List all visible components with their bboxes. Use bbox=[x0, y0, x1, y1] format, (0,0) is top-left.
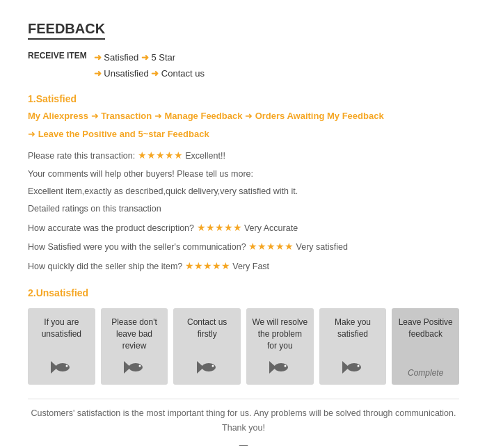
fish-icon-4 bbox=[269, 361, 290, 374]
receive-section: RECEIVE ITEM ➜ Satisfied ➜ 5 Star ➜ Unsa… bbox=[28, 49, 459, 82]
breadcrumb-arrow-4: ➜ bbox=[28, 129, 38, 139]
breadcrumb: My Aliexpress ➜ Transaction ➜ Manage Fee… bbox=[28, 109, 459, 124]
instruction-6: How Satisfied were you with the seller's… bbox=[28, 239, 459, 255]
svg-point-8 bbox=[211, 365, 214, 367]
breadcrumb-orders-awaiting[interactable]: Orders Awaiting My Feedback bbox=[255, 111, 384, 121]
stars-2: ★★★★★ bbox=[197, 222, 242, 233]
stars-1: ★★★★★ bbox=[138, 150, 183, 161]
step-6-label: Leave Positive feedback bbox=[397, 317, 454, 340]
svg-point-14 bbox=[358, 365, 360, 367]
svg-marker-10 bbox=[269, 361, 276, 374]
instruction-7: How quickly did the seller ship the item… bbox=[28, 258, 459, 275]
unsatisfied-title: 2.Unsatisfied bbox=[28, 287, 459, 298]
unsatisfied-section: 2.Unsatisfied If you are unsatisfied Ple… bbox=[28, 287, 459, 385]
svg-marker-13 bbox=[342, 361, 349, 374]
satisfied-title: 1.Satisfied bbox=[28, 93, 459, 104]
breadcrumb-arrow-2: ➜ bbox=[154, 111, 165, 121]
satisfied-section: 1.Satisfied My Aliexpress ➜ Transaction … bbox=[28, 93, 459, 275]
svg-marker-1 bbox=[51, 361, 58, 374]
arrow-icon-3: ➜ bbox=[94, 68, 102, 79]
breadcrumb-transaction[interactable]: Transaction bbox=[101, 111, 152, 121]
stars-3: ★★★★★ bbox=[248, 241, 294, 252]
stars-4: ★★★★★ bbox=[185, 260, 230, 271]
step-5-icon bbox=[342, 360, 363, 378]
step-2-icon bbox=[124, 360, 145, 378]
step-4-icon bbox=[269, 360, 290, 378]
step-2: Please don't leave bad review bbox=[101, 308, 168, 385]
instruction-2: Your comments will help other buyers! Pl… bbox=[28, 167, 459, 182]
instruction-4: Detailed ratings on this transaction bbox=[28, 202, 459, 216]
step-1-icon bbox=[51, 360, 72, 378]
svg-point-11 bbox=[285, 365, 287, 367]
receive-label: RECEIVE ITEM bbox=[28, 49, 87, 62]
breadcrumb-arrow-3: ➜ bbox=[245, 111, 255, 121]
step-3-label: Contact us firstly bbox=[179, 317, 235, 340]
breadcrumb-leave: ➜ Leave the Positive and 5~star Feedback bbox=[28, 127, 459, 142]
fish-icon-1 bbox=[51, 361, 72, 374]
svg-point-5 bbox=[139, 365, 141, 367]
fish-icon-3 bbox=[197, 361, 218, 374]
breadcrumb-manage-feedback[interactable]: Manage Feedback bbox=[164, 111, 242, 121]
page-title: FEEDBACK bbox=[28, 21, 105, 40]
breadcrumb-arrow-1: ➜ bbox=[91, 111, 102, 121]
instruction-3: Excellent item,exactly as described,quic… bbox=[28, 184, 459, 199]
footer: Customers' satisfaction is the most impo… bbox=[28, 399, 459, 448]
step-4-label: We will resolve the problem for you bbox=[252, 317, 308, 351]
step-1-label: If you are unsatisfied bbox=[33, 317, 90, 340]
step-4: We will resolve the problem for you bbox=[246, 308, 314, 385]
breadcrumb-leave-positive[interactable]: Leave the Positive and 5~star Feedback bbox=[38, 129, 209, 139]
arrow-icon-1: ➜ bbox=[94, 52, 102, 63]
page-container: FEEDBACK RECEIVE ITEM ➜ Satisfied ➜ 5 St… bbox=[0, 0, 487, 448]
arrow-icon-4: ➜ bbox=[151, 68, 159, 79]
step-2-label: Please don't leave bad review bbox=[106, 317, 163, 351]
arrow-icon-2: ➜ bbox=[141, 52, 149, 63]
receive-item-unsatisfied: ➜ Unsatisfied ➜ Contact us bbox=[94, 65, 205, 81]
svg-marker-7 bbox=[197, 361, 204, 374]
fish-icon-5 bbox=[342, 361, 363, 374]
step-6: Leave Positive feedback Complete bbox=[392, 308, 459, 385]
step-5-label: Make you satisfied bbox=[325, 317, 381, 340]
footer-dash: — bbox=[28, 438, 459, 448]
step-6-complete: Complete bbox=[408, 368, 443, 378]
instruction-1: Please rate this transaction: ★★★★★ Exce… bbox=[28, 147, 459, 164]
steps-row: If you are unsatisfied Please don't leav… bbox=[28, 308, 459, 385]
footer-text: Customers' satisfaction is the most impo… bbox=[28, 406, 459, 436]
step-5: Make you satisfied bbox=[319, 308, 387, 385]
fish-icon-2 bbox=[124, 361, 145, 374]
receive-items: ➜ Satisfied ➜ 5 Star ➜ Unsatisfied ➜ Con… bbox=[94, 49, 205, 82]
step-3: Contact us firstly bbox=[173, 308, 241, 385]
instruction-5: How accurate was the product description… bbox=[28, 220, 459, 237]
svg-marker-4 bbox=[124, 361, 131, 374]
step-3-icon bbox=[197, 360, 218, 378]
breadcrumb-myaliexpress[interactable]: My Aliexpress bbox=[28, 111, 88, 121]
step-1: If you are unsatisfied bbox=[28, 308, 95, 385]
svg-point-2 bbox=[66, 365, 68, 367]
receive-item-satisfied: ➜ Satisfied ➜ 5 Star bbox=[94, 49, 205, 65]
